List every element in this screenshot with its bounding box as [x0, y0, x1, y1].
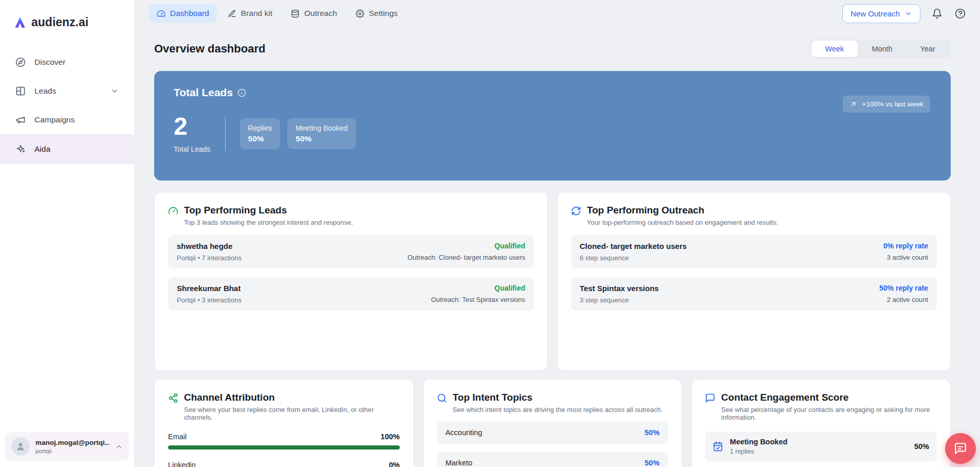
- tab-label: Settings: [369, 9, 398, 18]
- total-leads-value: 2: [174, 114, 211, 139]
- card-subtitle: See what percentage of your contacts are…: [721, 406, 937, 421]
- outreach-row[interactable]: Cloned- target marketo users 6 step sequ…: [571, 235, 937, 268]
- sidebar-item-label: Leads: [34, 86, 56, 96]
- channel-pct: 100%: [381, 433, 400, 441]
- tab-settings[interactable]: Settings: [348, 4, 405, 23]
- sidebar-item-label: Aida: [34, 145, 50, 154]
- chevron-up-icon: [115, 443, 123, 451]
- tab-label: Dashboard: [170, 9, 209, 18]
- intent-label: Accounting: [446, 428, 483, 437]
- outreach-row[interactable]: Test Spintax versions 3 step sequence 50…: [571, 277, 937, 311]
- progress-bar: [168, 445, 400, 450]
- sidebar-item-aida[interactable]: Aida: [0, 134, 134, 164]
- help-button[interactable]: [954, 7, 967, 20]
- chevron-down-icon: [904, 10, 912, 17]
- logo-text: audienz.ai: [31, 15, 88, 29]
- sidebar-item-leads[interactable]: Leads: [0, 77, 134, 105]
- lead-outreach: Outreach: Cloned- target marketo users: [408, 254, 525, 261]
- card-header-text: Channel Attribution See where your best …: [184, 392, 400, 421]
- trend-text: +100% vs last week: [862, 100, 923, 108]
- sidebar-item-discover[interactable]: Discover: [0, 48, 134, 77]
- channel-label: Email: [168, 433, 187, 441]
- chat-fab-button[interactable]: [945, 433, 976, 464]
- card-header: Contact Engagement Score See what percen…: [705, 392, 937, 421]
- tab-brand-kit[interactable]: Brand kit: [220, 4, 280, 23]
- lead-row[interactable]: Shreekumar Bhat Portqii • 3 interactions…: [168, 277, 534, 311]
- lead-right: Qualified Outreach: Test Spintax version…: [431, 284, 525, 303]
- range-year-button[interactable]: Year: [907, 41, 949, 57]
- topbar: Dashboard Brand kit Outreach: [135, 0, 980, 27]
- status-badge: Qualified: [431, 284, 525, 292]
- content: Overview dashboard Week Month Year Total…: [135, 27, 980, 467]
- tab-label: Brand kit: [241, 9, 272, 18]
- total-leads-stat: 2 Total Leads: [174, 114, 211, 153]
- gauge-icon: [168, 206, 178, 226]
- range-segmented-control: Week Month Year: [810, 39, 951, 59]
- compass-icon: [15, 57, 26, 67]
- channel-line: Email 100%: [168, 433, 400, 441]
- outreach-left: Test Spintax versions 3 step sequence: [580, 284, 659, 304]
- range-month-button[interactable]: Month: [858, 41, 906, 57]
- lead-meta: Portqii • 7 interactions: [177, 254, 242, 262]
- avatar: [11, 437, 30, 456]
- intent-label: Marketo: [446, 459, 472, 467]
- outreach-meta: 3 step sequence: [580, 296, 659, 304]
- progress-bar-fill: [168, 445, 400, 450]
- sidebar-item-campaigns[interactable]: Campaigns: [0, 105, 134, 134]
- outreach-meta: 6 step sequence: [580, 254, 687, 262]
- lead-row[interactable]: shwetha hegde Portqii • 7 interactions Q…: [168, 235, 534, 268]
- outreach-right: 50% reply rate 2 active count: [879, 284, 928, 303]
- lead-left: Shreekumar Bhat Portqii • 3 interactions: [177, 284, 242, 304]
- lead-name: Shreekumar Bhat: [177, 284, 242, 293]
- card-title: Top Intent Topics: [453, 392, 663, 403]
- lead-right: Qualified Outreach: Cloned- target marke…: [408, 242, 525, 261]
- dashboard-icon: [157, 9, 165, 18]
- channel-label: Linkedin: [168, 461, 196, 467]
- card-title: Contact Engagement Score: [721, 392, 937, 403]
- card-title: Top Performing Outreach: [587, 205, 778, 216]
- total-leads-chips: Replies 50% Meeting Booked 50%: [240, 118, 356, 149]
- lead-outreach: Outreach: Test Spintax versions: [431, 296, 525, 303]
- intent-value: 50%: [644, 459, 659, 467]
- topbar-actions: New Outreach: [842, 4, 967, 23]
- card-header-text: Contact Engagement Score See what percen…: [721, 392, 937, 421]
- bell-icon: [932, 8, 942, 19]
- card-header: Top Performing Leads Top 3 leads showing…: [168, 205, 534, 226]
- channel-pct: 0%: [389, 461, 400, 467]
- intent-row[interactable]: Accounting 50%: [437, 421, 669, 444]
- tab-label: Outreach: [304, 9, 337, 18]
- outreach-name: Cloned- target marketo users: [580, 242, 687, 250]
- channel-row: Email 100%: [168, 433, 400, 450]
- notifications-button[interactable]: [931, 7, 944, 20]
- top-performing-outreach-card: Top Performing Outreach Your top-perform…: [557, 192, 951, 371]
- lead-meta: Portqii • 3 interactions: [177, 296, 242, 304]
- sidebar-item-label: Campaigns: [34, 115, 75, 124]
- engagement-label: Meeting Booked: [730, 438, 787, 446]
- chip-value: 50%: [295, 134, 347, 143]
- total-leads-card: Total Leads 2 Total Leads Replies 50%: [154, 71, 951, 181]
- range-week-button[interactable]: Week: [811, 41, 858, 57]
- intent-row[interactable]: Marketo 50%: [437, 452, 669, 467]
- card-subtitle: Top 3 leads showing the strongest intere…: [184, 219, 353, 226]
- user-email: manoj.mogal@portqi...: [35, 439, 109, 446]
- logo-icon: [13, 16, 27, 29]
- active-count: 2 active count: [879, 296, 928, 303]
- refresh-icon: [571, 206, 581, 226]
- user-menu[interactable]: manoj.mogal@portqi... portqii: [5, 432, 129, 461]
- new-outreach-button[interactable]: New Outreach: [842, 4, 920, 23]
- outreach-right: 0% reply rate 3 active count: [883, 242, 928, 261]
- sidebar-nav: Discover Leads Campaigns: [0, 48, 134, 164]
- info-icon[interactable]: [237, 88, 246, 97]
- engagement-text: Meeting Booked 1 replies: [730, 438, 787, 455]
- new-outreach-label: New Outreach: [850, 9, 900, 18]
- total-leads-title: Total Leads: [174, 86, 233, 99]
- tab-outreach[interactable]: Outreach: [283, 4, 345, 23]
- page-head: Overview dashboard Week Month Year: [154, 39, 951, 59]
- engagement-row[interactable]: Meeting Booked 1 replies 50%: [705, 432, 937, 461]
- user-info: manoj.mogal@portqi... portqii: [35, 439, 109, 454]
- logo[interactable]: audienz.ai: [0, 0, 134, 41]
- status-badge: Qualified: [408, 242, 525, 250]
- tab-dashboard[interactable]: Dashboard: [149, 4, 217, 23]
- contact-engagement-card: Contact Engagement Score See what percen…: [691, 379, 951, 467]
- chip-label: Meeting Booked: [295, 124, 347, 132]
